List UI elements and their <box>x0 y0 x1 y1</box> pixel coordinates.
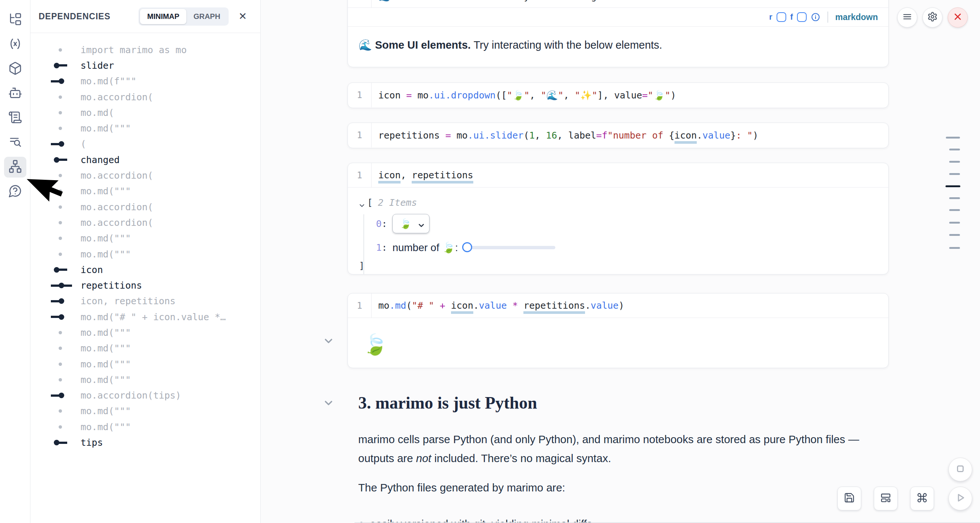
collapse-chevron-icon[interactable] <box>324 398 333 408</box>
code-token: , <box>535 130 546 141</box>
run-all-button[interactable] <box>948 486 972 510</box>
dependency-graph-icon <box>8 159 22 175</box>
repetitions-slider-track[interactable] <box>464 246 555 249</box>
minimap-row[interactable]: mo.md(""" <box>30 231 260 246</box>
panel-title: DEPENDENCIES <box>38 11 110 22</box>
minimap-row[interactable]: mo.accordion( <box>30 199 260 215</box>
tab-minimap[interactable]: MINIMAP <box>140 9 186 24</box>
layout-mode-button[interactable] <box>874 486 897 510</box>
outline-heading-marker[interactable] <box>949 197 960 199</box>
minimap-row[interactable]: mo.accordion( <box>30 167 260 183</box>
collapse-chevron-icon[interactable] <box>324 336 333 346</box>
file-tree-panel-button[interactable] <box>4 10 26 30</box>
minimap-row[interactable]: mo.md("# " + icon.value *… <box>30 309 260 325</box>
cell-dot-marker <box>51 253 81 256</box>
cell2-code[interactable]: repetitions = mo.ui.slider(1, 16, label=… <box>372 130 758 141</box>
cell-ui-elements-markdown[interactable]: 1 🌊 Some UI elements.** Try interacting … <box>347 0 889 67</box>
outline-heading-marker[interactable] <box>949 209 960 211</box>
minimap-row[interactable]: import marimo as mo <box>30 42 260 57</box>
minimap-row[interactable]: mo.accordion( <box>30 89 260 105</box>
minimap-row[interactable]: mo.md(f""" <box>30 73 260 89</box>
save-notebook-button[interactable] <box>837 486 861 510</box>
format-toggle-checkbox[interactable] <box>797 12 807 22</box>
cell-md-heading[interactable]: 1 mo.md("# " + icon.value * repetitions.… <box>347 293 889 368</box>
repetitions-slider-thumb[interactable] <box>462 242 472 252</box>
dependency-graph-panel-button[interactable] <box>4 157 26 177</box>
minimap-row[interactable]: mo.md(""" <box>30 120 260 136</box>
minimap-row[interactable]: mo.md(""" <box>30 419 260 435</box>
minimap-row[interactable]: mo.md(""" <box>30 246 260 262</box>
line-number: 1 <box>348 293 372 317</box>
minimap-row[interactable]: mo.md( <box>30 105 260 120</box>
cell-icon-dropdown[interactable]: 1 icon = mo.ui.dropdown(["🍃", "🌊", "✨"],… <box>347 83 889 108</box>
output-rest-text: Try interacting with the below elements. <box>471 39 662 51</box>
code-token: "✨" <box>574 90 597 100</box>
minimap-row-label: ( <box>81 139 86 149</box>
help-panel-button[interactable] <box>4 181 26 202</box>
minimap-row[interactable]: mo.md(""" <box>30 356 260 372</box>
minimap-row[interactable]: icon, repetitions <box>30 293 260 309</box>
notebook-menu-button[interactable] <box>897 8 917 27</box>
outline-heading-marker[interactable] <box>949 234 960 236</box>
code-token: value <box>590 300 619 311</box>
minimap-row-label: icon, repetitions <box>81 296 176 306</box>
cell1-code[interactable]: icon = mo.ui.dropdown(["🍃", "🌊", "✨"], v… <box>372 90 676 100</box>
outline-heading-marker[interactable] <box>949 173 960 175</box>
packages-panel-button[interactable] <box>4 59 26 80</box>
cell-repetitions-slider[interactable]: 1 repetitions = mo.ui.slider(1, 16, labe… <box>347 123 889 148</box>
outline-heading-marker[interactable] <box>949 222 960 223</box>
minimap-row[interactable]: mo.md(""" <box>30 341 260 356</box>
ai-assistant-panel-button[interactable] <box>4 83 26 104</box>
dependencies-panel-header: DEPENDENCIES MINIMAP GRAPH ✕ <box>30 0 260 33</box>
minimap-row[interactable]: mo.md(""" <box>30 183 260 199</box>
minimap-row[interactable]: icon <box>30 262 260 277</box>
scratchpad-panel-button[interactable] <box>4 108 26 129</box>
cell3-code[interactable]: icon, repetitions <box>372 170 473 180</box>
outline-heading-marker[interactable] <box>945 185 960 187</box>
cell-icon-repetitions[interactable]: 1 icon, repetitions [ 2 Items 0 : 🍃 1 : <box>347 163 889 274</box>
tree-collapse-chevron-icon[interactable] <box>359 200 365 206</box>
minimap-row[interactable]: tips <box>30 435 260 450</box>
cell-edge-marker <box>51 157 81 163</box>
tab-graph[interactable]: GRAPH <box>186 9 227 24</box>
info-icon[interactable] <box>811 12 820 22</box>
minimap-row[interactable]: changed <box>30 152 260 167</box>
minimap-row[interactable]: mo.md(""" <box>30 403 260 419</box>
command-palette-button[interactable] <box>910 486 934 510</box>
reactive-toggle-checkbox[interactable] <box>776 12 786 22</box>
minimap-row[interactable]: ( <box>30 136 260 152</box>
search-list-icon <box>8 135 22 150</box>
cell0-code[interactable]: 🌊 Some UI elements.** Try interacting wi… <box>372 0 736 2</box>
shutdown-button[interactable] <box>948 8 968 27</box>
outline-heading-marker[interactable] <box>949 247 960 249</box>
cell0-code-row[interactable]: 1 🌊 Some UI elements.** Try interacting … <box>348 0 888 8</box>
outline-heading-marker[interactable] <box>949 161 960 163</box>
cell-dot-marker <box>51 362 81 366</box>
minimap-row[interactable]: mo.accordion( <box>30 215 260 230</box>
code-token: value <box>479 300 507 311</box>
minimap-row[interactable]: repetitions <box>30 277 260 293</box>
cell-dot-marker <box>51 111 81 115</box>
code-token: repetitions <box>378 130 440 141</box>
minimap-row[interactable]: slider <box>30 57 260 73</box>
cell4-code[interactable]: mo.md("# " + icon.value * repetitions.va… <box>372 300 624 311</box>
code-token: . <box>697 130 702 141</box>
outline-heading-marker[interactable] <box>949 148 960 150</box>
minimap-row[interactable]: mo.accordion(tips) <box>30 388 260 403</box>
variables-panel-button[interactable] <box>4 34 26 55</box>
minimap-row[interactable]: mo.md(""" <box>30 372 260 387</box>
minimap-row[interactable]: mo.md(""" <box>30 325 260 340</box>
code-token: ) <box>670 90 676 100</box>
cell-dot-marker <box>51 221 81 224</box>
close-panel-button[interactable]: ✕ <box>238 11 247 22</box>
settings-button[interactable] <box>923 8 942 27</box>
stop-kernel-button[interactable] <box>948 458 972 482</box>
chevron-down-icon <box>418 220 425 227</box>
icon-dropdown-select[interactable]: 🍃 <box>392 214 430 233</box>
outline-heading-marker[interactable] <box>946 137 960 139</box>
code-token: "🌊" <box>541 90 563 100</box>
logs-search-panel-button[interactable] <box>4 132 26 153</box>
dropdown-selected-value: 🍃 <box>399 218 411 229</box>
cell-edge-marker <box>51 392 81 398</box>
language-badge-markdown[interactable]: markdown <box>835 12 878 22</box>
